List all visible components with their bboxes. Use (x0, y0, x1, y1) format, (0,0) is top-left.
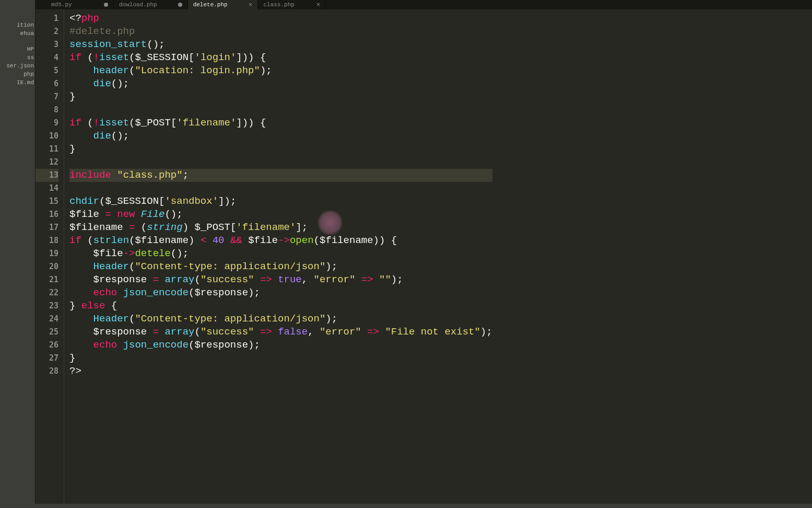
line-number: 10 (36, 130, 58, 143)
line-number: 2 (36, 25, 58, 38)
code-line[interactable] (69, 103, 492, 117)
code-line[interactable]: ?> (69, 365, 492, 378)
line-number: 6 (36, 77, 58, 90)
code-line[interactable]: $filename = (string) $_POST['filename']; (69, 221, 492, 234)
line-number: 9 (36, 117, 58, 130)
close-icon[interactable]: × (316, 1, 321, 9)
tab-label: class.php (263, 2, 294, 8)
code-line[interactable]: header("Location: login.php"); (69, 64, 492, 77)
code-line[interactable]: <?php (69, 12, 492, 25)
sidebar-item[interactable]: ss (0, 53, 35, 62)
code-line[interactable]: echo json_encode($response); (69, 286, 492, 299)
tab-label: md5.py (51, 2, 72, 8)
unsaved-dot-icon (104, 3, 108, 7)
line-number: 18 (36, 234, 58, 247)
sidebar-item[interactable]: IE.md (0, 78, 35, 87)
sidebar-item[interactable]: HP (0, 45, 35, 53)
line-number: 20 (36, 260, 58, 273)
line-number: 17 (36, 221, 58, 234)
code-line[interactable] (69, 156, 492, 169)
code-editor[interactable]: 1234567891011121314151617181920212223242… (36, 9, 812, 504)
sidebar-item[interactable]: ition (0, 21, 35, 29)
line-number: 15 (36, 195, 58, 208)
code-line[interactable]: $file = new File(); (69, 208, 492, 221)
line-number: 4 (36, 51, 58, 64)
line-number: 26 (36, 339, 58, 352)
code-line[interactable]: die(); (69, 130, 492, 143)
code-line[interactable]: die(); (69, 77, 492, 90)
code-line[interactable]: $file->detele(); (69, 247, 492, 260)
code-line[interactable]: echo json_encode($response); (69, 339, 492, 352)
sidebar-item[interactable]: ehua (0, 29, 35, 38)
status-bar (0, 504, 812, 508)
line-number: 12 (36, 156, 58, 169)
code-line[interactable]: } (69, 143, 492, 156)
code-line[interactable]: if (!isset($_POST['filename'])) { (69, 117, 492, 130)
line-number-gutter: 1234567891011121314151617181920212223242… (36, 9, 64, 504)
line-number: 13 (36, 169, 58, 182)
line-number: 27 (36, 352, 58, 365)
code-line[interactable]: include "class.php"; (69, 169, 492, 182)
tab-class-php[interactable]: class.php× (258, 0, 326, 9)
code-area[interactable]: <?php#delete.phpsession_start();if (!iss… (69, 9, 492, 504)
line-number: 24 (36, 313, 58, 326)
code-line[interactable]: if (strlen($filename) < 40 && $file->ope… (69, 234, 492, 247)
close-icon[interactable]: × (249, 1, 253, 9)
line-number: 1 (36, 12, 58, 25)
tab-delete-php[interactable]: delete.php× (188, 0, 258, 9)
tab-label: dowload.php (119, 2, 157, 8)
line-number: 28 (36, 365, 58, 378)
line-number: 19 (36, 247, 58, 260)
line-number: 23 (36, 299, 58, 313)
code-line[interactable]: $response = array("success" => true, "er… (69, 273, 492, 286)
code-line[interactable]: $response = array("success" => false, "e… (69, 326, 492, 339)
code-line[interactable]: } else { (69, 299, 492, 313)
tab-dowload-php[interactable]: dowload.php (114, 0, 188, 9)
sidebar-item[interactable]: ser.json (0, 62, 35, 70)
code-line[interactable]: #delete.php (69, 25, 492, 38)
tab-label: delete.php (193, 2, 228, 8)
code-line[interactable] (69, 182, 492, 195)
code-line[interactable]: session_start(); (69, 38, 492, 51)
line-number: 8 (36, 103, 58, 117)
line-number: 7 (36, 90, 58, 103)
code-line[interactable]: chdir($_SESSION['sandbox']); (69, 195, 492, 208)
tab-md5-py[interactable]: md5.py (46, 0, 114, 9)
line-number: 16 (36, 208, 58, 221)
code-line[interactable]: } (69, 352, 492, 365)
code-line[interactable]: Header("Content-type: application/json")… (69, 260, 492, 273)
code-line[interactable]: } (69, 90, 492, 103)
line-number: 5 (36, 64, 58, 77)
line-number: 22 (36, 286, 58, 299)
line-number: 3 (36, 38, 58, 51)
line-number: 25 (36, 326, 58, 339)
file-tree-sidebar[interactable]: itionehuaHPssser.jsonphpIE.md (0, 0, 36, 504)
code-line[interactable]: if (!isset($_SESSION['login'])) { (69, 51, 492, 64)
code-line[interactable]: Header("Content-type: application/json")… (69, 313, 492, 326)
line-number: 21 (36, 273, 58, 286)
tab-bar: md5.pydowload.phpdelete.php×class.php× (36, 0, 812, 9)
unsaved-dot-icon (178, 3, 182, 7)
line-number: 11 (36, 143, 58, 156)
line-number: 14 (36, 182, 58, 195)
sidebar-item[interactable]: php (0, 70, 35, 78)
